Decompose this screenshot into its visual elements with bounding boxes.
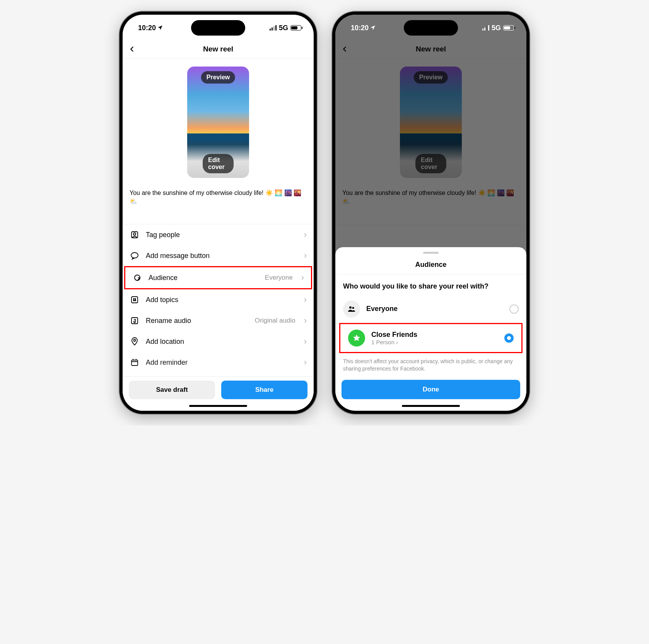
row-label: Tag people <box>146 231 295 239</box>
location-icon <box>157 24 163 32</box>
row-add-reminder[interactable]: Add reminder › <box>123 352 314 373</box>
save-draft-button[interactable]: Save draft <box>129 381 215 399</box>
close-friends-icon <box>348 330 365 347</box>
svg-point-2 <box>131 253 138 258</box>
row-add-location[interactable]: Add location › <box>123 331 314 352</box>
sheet-handle[interactable] <box>423 252 439 254</box>
signal-icon <box>270 25 277 31</box>
status-time: 10:20 <box>351 24 369 32</box>
back-button[interactable] <box>129 44 136 55</box>
svg-rect-6 <box>132 360 138 366</box>
option-everyone[interactable]: Everyone <box>335 295 526 323</box>
row-label: Rename audio <box>146 317 249 325</box>
row-label: Add topics <box>146 296 295 304</box>
option-close-friends[interactable]: Close Friends 1 Person › <box>339 323 523 353</box>
message-icon <box>130 251 140 261</box>
network-label: 5G <box>279 24 288 32</box>
battery-icon <box>503 25 514 31</box>
svg-point-7 <box>349 306 352 309</box>
svg-point-1 <box>133 233 136 235</box>
nav-header: New reel <box>123 39 314 59</box>
phone-left: 10:20 5G New reel Preview Edit cover <box>120 12 317 414</box>
audience-sheet: Audience Who would you like to share you… <box>335 247 526 411</box>
chevron-right-icon: › <box>304 251 307 261</box>
done-button[interactable]: Done <box>342 380 520 399</box>
audio-icon <box>130 316 140 326</box>
home-indicator[interactable] <box>189 405 247 407</box>
battery-icon <box>290 25 301 31</box>
chevron-right-icon: › <box>301 273 304 283</box>
sheet-title: Audience <box>335 258 526 275</box>
status-time: 10:20 <box>138 24 156 32</box>
chevron-right-icon: › <box>304 316 307 326</box>
row-audience[interactable]: Audience Everyone › <box>124 266 312 289</box>
location-icon <box>370 24 376 32</box>
notch <box>404 20 458 36</box>
radio-selected[interactable] <box>504 333 514 343</box>
row-value: Original audio <box>255 317 295 325</box>
svg-point-5 <box>134 340 136 342</box>
home-indicator[interactable] <box>402 405 460 407</box>
radio-unselected[interactable] <box>509 304 519 314</box>
audience-icon <box>132 273 142 283</box>
screen-left: 10:20 5G New reel Preview Edit cover <box>123 15 314 411</box>
row-label: Add message button <box>146 252 295 260</box>
cover-area: Preview Edit cover <box>123 59 314 182</box>
sheet-question: Who would you like to share your reel wi… <box>335 275 526 295</box>
reminder-icon <box>130 357 140 367</box>
chevron-right-icon: › <box>304 357 307 367</box>
row-rename-audio[interactable]: Rename audio Original audio › <box>123 310 314 331</box>
everyone-icon <box>343 301 360 318</box>
options-list: Tag people › Add message button › Audien… <box>123 224 314 376</box>
row-add-topics[interactable]: Add topics › <box>123 289 314 310</box>
svg-rect-3 <box>132 297 138 303</box>
chevron-right-icon: › <box>396 339 398 345</box>
chevron-right-icon: › <box>304 295 307 305</box>
svg-point-8 <box>352 307 354 309</box>
caption-text[interactable]: You are the sunshine of my otherwise clo… <box>123 182 314 224</box>
row-label: Audience <box>149 274 259 282</box>
option-sublabel[interactable]: 1 Person › <box>371 339 498 345</box>
row-tag-people[interactable]: Tag people › <box>123 224 314 245</box>
option-label: Close Friends <box>371 331 498 339</box>
phone-right: 10:20 5G New reel Preview Edit cover <box>332 12 529 414</box>
preview-button[interactable]: Preview <box>201 71 235 84</box>
edit-cover-button[interactable]: Edit cover <box>203 154 234 173</box>
network-label: 5G <box>492 24 501 32</box>
option-sub-text: 1 Person <box>371 339 395 345</box>
topics-icon <box>130 295 140 305</box>
notch <box>191 20 245 36</box>
cover-thumbnail[interactable]: Preview Edit cover <box>187 67 249 178</box>
chevron-right-icon: › <box>304 230 307 240</box>
tag-people-icon <box>130 230 140 240</box>
option-label: Everyone <box>366 305 503 313</box>
chevron-right-icon: › <box>304 337 307 347</box>
sheet-note: This doesn't affect your account privacy… <box>335 353 526 380</box>
row-label: Add reminder <box>146 359 295 367</box>
row-value: Everyone <box>265 274 293 282</box>
page-title: New reel <box>203 45 233 53</box>
screen-right: 10:20 5G New reel Preview Edit cover <box>335 15 526 411</box>
signal-icon <box>482 25 489 31</box>
row-add-message[interactable]: Add message button › <box>123 245 314 266</box>
share-button[interactable]: Share <box>221 381 307 399</box>
location-pin-icon <box>130 337 140 347</box>
row-label: Add location <box>146 338 295 346</box>
